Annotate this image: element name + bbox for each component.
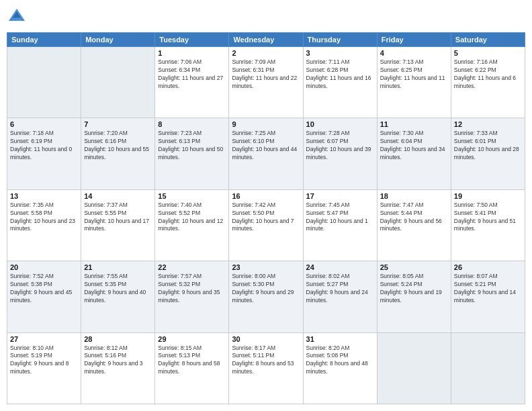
calendar-week-row: 1Sunrise: 7:06 AMSunset: 6:34 PMDaylight… [7,47,525,118]
day-info: Sunrise: 7:35 AMSunset: 5:58 PMDaylight:… [10,201,78,234]
calendar-day-cell: 26Sunrise: 8:07 AMSunset: 5:21 PMDayligh… [451,261,525,332]
calendar-day-header: Monday [81,33,155,47]
day-number: 31 [306,335,374,343]
day-info: Sunrise: 7:55 AMSunset: 5:35 PMDaylight:… [84,273,152,305]
calendar-day-cell: 25Sunrise: 8:05 AMSunset: 5:24 PMDayligh… [377,261,451,332]
day-number: 22 [158,263,226,271]
calendar-day-cell [451,332,525,404]
calendar-day-cell: 27Sunrise: 8:10 AMSunset: 5:19 PMDayligh… [7,332,81,404]
calendar-day-cell: 17Sunrise: 7:45 AMSunset: 5:47 PMDayligh… [303,189,377,261]
calendar-day-cell: 10Sunrise: 7:28 AMSunset: 6:07 PMDayligh… [303,118,377,189]
day-number: 15 [158,192,226,200]
day-number: 29 [158,335,226,343]
calendar-day-cell: 14Sunrise: 7:37 AMSunset: 5:55 PMDayligh… [81,189,155,261]
calendar-day-cell: 6Sunrise: 7:18 AMSunset: 6:19 PMDaylight… [7,118,81,189]
calendar-day-cell: 28Sunrise: 8:12 AMSunset: 5:16 PMDayligh… [81,332,155,404]
calendar-day-cell [7,47,81,118]
calendar-day-cell: 22Sunrise: 7:57 AMSunset: 5:32 PMDayligh… [155,261,229,332]
page: SundayMondayTuesdayWednesdayThursdayFrid… [0,0,532,411]
day-number: 21 [84,263,152,271]
calendar-day-cell: 12Sunrise: 7:33 AMSunset: 6:01 PMDayligh… [451,118,525,189]
day-info: Sunrise: 8:05 AMSunset: 5:24 PMDaylight:… [380,273,448,305]
calendar-week-row: 13Sunrise: 7:35 AMSunset: 5:58 PMDayligh… [7,189,525,261]
day-number: 8 [158,120,226,128]
day-number: 23 [232,263,300,271]
calendar-day-cell: 31Sunrise: 8:20 AMSunset: 5:08 PMDayligh… [303,332,377,404]
day-number: 16 [232,192,300,200]
day-info: Sunrise: 7:11 AMSunset: 6:28 PMDaylight:… [306,58,374,91]
calendar-day-header: Friday [377,33,451,47]
day-info: Sunrise: 7:50 AMSunset: 5:41 PMDaylight:… [454,201,522,234]
day-info: Sunrise: 7:18 AMSunset: 6:19 PMDaylight:… [10,130,78,162]
calendar-day-cell: 5Sunrise: 7:16 AMSunset: 6:22 PMDaylight… [451,47,525,118]
day-number: 28 [84,335,152,343]
calendar-day-header: Wednesday [229,33,303,47]
day-number: 11 [380,120,448,128]
calendar-day-cell: 11Sunrise: 7:30 AMSunset: 6:04 PMDayligh… [377,118,451,189]
calendar-day-cell: 2Sunrise: 7:09 AMSunset: 6:31 PMDaylight… [229,47,303,118]
day-info: Sunrise: 8:10 AMSunset: 5:19 PMDaylight:… [10,345,78,377]
calendar-day-cell: 13Sunrise: 7:35 AMSunset: 5:58 PMDayligh… [7,189,81,261]
calendar-day-cell: 4Sunrise: 7:13 AMSunset: 6:25 PMDaylight… [377,47,451,118]
logo [7,7,30,27]
calendar-day-cell: 7Sunrise: 7:20 AMSunset: 6:16 PMDaylight… [81,118,155,189]
day-number: 14 [84,192,152,200]
day-number: 10 [306,120,374,128]
day-info: Sunrise: 8:17 AMSunset: 5:11 PMDaylight:… [232,345,300,377]
calendar-day-cell: 30Sunrise: 8:17 AMSunset: 5:11 PMDayligh… [229,332,303,404]
day-info: Sunrise: 7:40 AMSunset: 5:52 PMDaylight:… [158,201,226,234]
calendar-day-cell: 9Sunrise: 7:25 AMSunset: 6:10 PMDaylight… [229,118,303,189]
day-number: 30 [232,335,300,343]
calendar-day-cell: 15Sunrise: 7:40 AMSunset: 5:52 PMDayligh… [155,189,229,261]
day-info: Sunrise: 7:57 AMSunset: 5:32 PMDaylight:… [158,273,226,305]
calendar-header-row: SundayMondayTuesdayWednesdayThursdayFrid… [7,33,525,47]
day-number: 9 [232,120,300,128]
calendar-day-cell: 29Sunrise: 8:15 AMSunset: 5:13 PMDayligh… [155,332,229,404]
logo-icon [7,7,27,27]
calendar-day-header: Saturday [451,33,525,47]
day-number: 4 [380,49,448,57]
day-info: Sunrise: 8:12 AMSunset: 5:16 PMDaylight:… [84,345,152,377]
calendar-day-cell: 3Sunrise: 7:11 AMSunset: 6:28 PMDaylight… [303,47,377,118]
day-info: Sunrise: 7:47 AMSunset: 5:44 PMDaylight:… [380,201,448,234]
day-info: Sunrise: 8:15 AMSunset: 5:13 PMDaylight:… [158,345,226,377]
calendar-day-cell: 23Sunrise: 8:00 AMSunset: 5:30 PMDayligh… [229,261,303,332]
day-number: 7 [84,120,152,128]
day-info: Sunrise: 7:37 AMSunset: 5:55 PMDaylight:… [84,201,152,234]
day-info: Sunrise: 7:06 AMSunset: 6:34 PMDaylight:… [158,58,226,91]
calendar-day-cell: 19Sunrise: 7:50 AMSunset: 5:41 PMDayligh… [451,189,525,261]
day-info: Sunrise: 7:23 AMSunset: 6:13 PMDaylight:… [158,130,226,162]
day-info: Sunrise: 7:33 AMSunset: 6:01 PMDaylight:… [454,130,522,162]
calendar-day-header: Sunday [7,33,81,47]
day-number: 5 [454,49,522,57]
day-number: 3 [306,49,374,57]
calendar-day-cell: 18Sunrise: 7:47 AMSunset: 5:44 PMDayligh… [377,189,451,261]
day-info: Sunrise: 8:02 AMSunset: 5:27 PMDaylight:… [306,273,374,305]
calendar-day-cell: 1Sunrise: 7:06 AMSunset: 6:34 PMDaylight… [155,47,229,118]
day-number: 6 [10,120,78,128]
svg-rect-2 [12,18,22,21]
day-number: 2 [232,49,300,57]
calendar-week-row: 27Sunrise: 8:10 AMSunset: 5:19 PMDayligh… [7,332,525,404]
calendar-day-cell: 20Sunrise: 7:52 AMSunset: 5:38 PMDayligh… [7,261,81,332]
calendar-week-row: 6Sunrise: 7:18 AMSunset: 6:19 PMDaylight… [7,118,525,189]
day-info: Sunrise: 8:07 AMSunset: 5:21 PMDaylight:… [454,273,522,305]
day-number: 1 [158,49,226,57]
day-info: Sunrise: 7:30 AMSunset: 6:04 PMDaylight:… [380,130,448,162]
day-info: Sunrise: 8:00 AMSunset: 5:30 PMDaylight:… [232,273,300,305]
calendar-day-cell: 24Sunrise: 8:02 AMSunset: 5:27 PMDayligh… [303,261,377,332]
day-number: 13 [10,192,78,200]
day-info: Sunrise: 7:52 AMSunset: 5:38 PMDaylight:… [10,273,78,305]
day-number: 12 [454,120,522,128]
day-number: 19 [454,192,522,200]
day-info: Sunrise: 7:45 AMSunset: 5:47 PMDaylight:… [306,201,374,234]
calendar-day-cell [81,47,155,118]
calendar-day-cell [377,332,451,404]
day-number: 27 [10,335,78,343]
calendar-day-header: Tuesday [155,33,229,47]
day-number: 25 [380,263,448,271]
calendar-week-row: 20Sunrise: 7:52 AMSunset: 5:38 PMDayligh… [7,261,525,332]
day-info: Sunrise: 7:25 AMSunset: 6:10 PMDaylight:… [232,130,300,162]
calendar-table: SundayMondayTuesdayWednesdayThursdayFrid… [7,32,525,404]
day-info: Sunrise: 7:13 AMSunset: 6:25 PMDaylight:… [380,58,448,91]
